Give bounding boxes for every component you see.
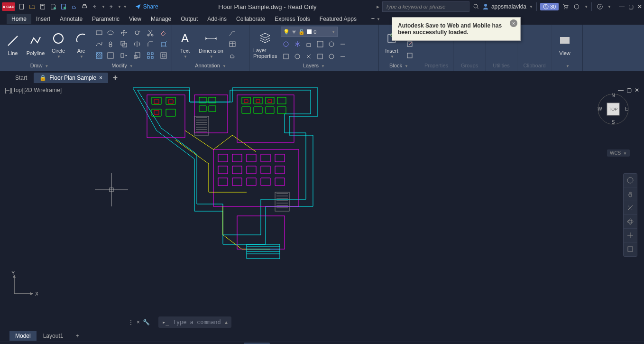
search-input[interactable]: Type a keyword or phrase <box>382 1 469 12</box>
tab-manage[interactable]: Manage <box>146 14 176 24</box>
boundary-tool-icon[interactable] <box>105 39 116 49</box>
polyline-tool[interactable]: Polyline <box>26 31 46 57</box>
leader-icon[interactable] <box>227 28 238 38</box>
start-tab[interactable]: Start <box>9 73 33 83</box>
erase-icon[interactable] <box>158 28 169 38</box>
text-tool[interactable]: AText▼ <box>175 29 195 60</box>
document-tab-active[interactable]: 🔒 Floor Plan Sample × <box>34 73 108 83</box>
ellipse-tool-icon[interactable] <box>105 28 116 38</box>
nav-zoom-icon[interactable] <box>624 201 637 215</box>
model-tab[interactable]: Model <box>9 331 37 341</box>
layer-off-icon[interactable] <box>281 39 291 49</box>
rectangle-tool-icon[interactable] <box>94 28 104 38</box>
layer-iso-icon[interactable] <box>326 39 337 49</box>
explode-icon[interactable] <box>158 39 169 49</box>
minimize-button[interactable]: — <box>619 3 625 10</box>
spline-tool-icon[interactable] <box>94 39 104 49</box>
layer-selector[interactable]: 💡 ☀ 🔓 0 ▼ <box>281 27 338 37</box>
array-icon[interactable] <box>145 50 156 61</box>
tab-view[interactable]: View <box>124 14 146 24</box>
circle-tool[interactable]: Circle▼ <box>48 29 68 60</box>
rotate-icon[interactable] <box>132 28 142 38</box>
panel-properties-label[interactable]: Properties <box>422 62 451 69</box>
tab-parametric[interactable]: Parametric <box>87 14 124 24</box>
mirror-icon[interactable] <box>132 39 142 49</box>
tab-express-tools[interactable]: Express Tools <box>270 14 314 24</box>
redo-icon[interactable] <box>106 2 116 11</box>
cloud-save-icon[interactable] <box>69 2 79 11</box>
layer-lock-icon[interactable] <box>304 39 314 49</box>
panel-groups-label[interactable]: Groups <box>457 62 482 69</box>
copy-icon[interactable] <box>119 39 129 49</box>
undo-menu-caret[interactable]: ▼ <box>101 5 105 9</box>
scale-icon[interactable] <box>132 50 142 61</box>
hatch-icon[interactable] <box>94 50 104 61</box>
command-input[interactable]: ▸_ Type a command ▴ <box>158 316 231 328</box>
new-icon[interactable] <box>17 2 27 11</box>
close-button[interactable]: ✕ <box>637 3 642 10</box>
move-icon[interactable] <box>119 28 129 38</box>
redo-menu-caret[interactable]: ▼ <box>118 5 121 9</box>
cmd-close-icon[interactable]: × <box>137 319 140 325</box>
tab-insert[interactable]: Insert <box>31 14 55 24</box>
web-mobile-icon[interactable] <box>59 2 68 11</box>
trim-icon[interactable] <box>145 28 156 38</box>
cmd-history-icon[interactable]: ⋮ <box>128 319 134 325</box>
layer-match-icon[interactable] <box>315 39 325 49</box>
wcs-badge[interactable]: WCS ▼ <box>607 149 630 157</box>
share-button[interactable]: Share <box>135 3 158 10</box>
tab-output[interactable]: Output <box>176 14 202 24</box>
layout1-tab[interactable]: Layout1 <box>37 331 69 341</box>
drawing-canvas[interactable]: [–][Top][2D Wireframe] — ▢ ✕ <box>0 83 644 314</box>
panel-draw-label[interactable]: Draw ▼ <box>3 62 76 69</box>
new-tab-button[interactable]: ✚ <box>109 73 121 83</box>
layer-properties-tool[interactable]: Layer Properties <box>252 28 278 60</box>
panel-annotation-label[interactable]: Annotation ▼ <box>175 62 246 69</box>
search-icon[interactable] <box>472 3 480 10</box>
app-logo[interactable]: A CAD <box>2 2 15 11</box>
cloud-icon[interactable] <box>227 50 238 61</box>
maximize-button[interactable]: ▢ <box>628 3 634 10</box>
layer-tool-f-icon[interactable] <box>338 51 348 62</box>
trial-timer[interactable]: 30 <box>540 3 559 10</box>
ribbon-options-icon[interactable]: ▼ <box>371 14 380 24</box>
qat-menu-caret[interactable]: ▼ <box>123 5 127 9</box>
line-tool[interactable]: Line <box>3 31 23 57</box>
arc-tool[interactable]: Arc▼ <box>71 29 91 60</box>
panel-layers-label[interactable]: Layers ▼ <box>252 62 376 69</box>
close-tab-icon[interactable]: × <box>99 74 102 81</box>
saveas-icon[interactable] <box>48 2 58 11</box>
stretch-icon[interactable] <box>119 50 129 61</box>
help-icon[interactable]: ? <box>595 2 605 11</box>
fillet-icon[interactable] <box>145 39 156 49</box>
app-manager-icon[interactable] <box>572 2 581 11</box>
tab-addins[interactable]: Add-ins <box>202 14 231 24</box>
nav-wheel-icon[interactable] <box>624 174 637 187</box>
layer-tool-d-icon[interactable] <box>315 51 325 62</box>
app-caret[interactable]: ▼ <box>584 5 588 9</box>
tab-annotate[interactable]: Annotate <box>55 14 87 24</box>
layer-tool-c-icon[interactable] <box>304 51 314 62</box>
nav-orbit-icon[interactable] <box>624 215 637 229</box>
view-cube[interactable]: TOP N E S W <box>597 93 630 126</box>
viewport-close-icon[interactable]: ✕ <box>635 87 639 93</box>
viewport-label[interactable]: [–][Top][2D Wireframe] <box>5 87 62 93</box>
nav-showmenu-icon[interactable] <box>624 242 637 256</box>
ucs-icon[interactable]: X Y <box>9 270 38 300</box>
tab-collaborate[interactable]: Collaborate <box>231 14 270 24</box>
tab-featured-apps[interactable]: Featured Apps <box>315 14 361 24</box>
open-icon[interactable] <box>28 2 37 11</box>
add-layout-button[interactable]: + <box>70 331 84 341</box>
notification-close-icon[interactable]: × <box>510 19 517 27</box>
tab-home[interactable]: Home <box>7 14 31 24</box>
layer-tool-b-icon[interactable] <box>292 51 303 62</box>
plot-icon[interactable] <box>80 2 89 11</box>
offset-icon[interactable] <box>158 50 169 61</box>
cmd-customize-icon[interactable]: 🔧 <box>143 319 150 325</box>
help-caret[interactable]: ▼ <box>607 5 611 9</box>
panel-utilities-label[interactable]: Utilities <box>488 62 514 69</box>
panel-clipboard-label[interactable]: Clipboard <box>520 62 549 69</box>
panel-modify-label[interactable]: Modify ▼ <box>76 62 169 69</box>
cmd-dropdown-icon[interactable]: ▴ <box>225 319 228 325</box>
gradient-icon[interactable] <box>105 50 116 61</box>
